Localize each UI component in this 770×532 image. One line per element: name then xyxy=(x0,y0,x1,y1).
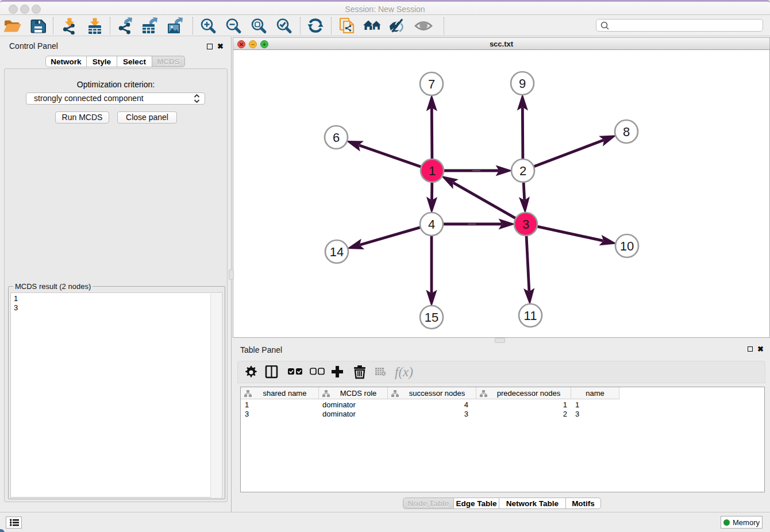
svg-text:6: 6 xyxy=(333,130,340,145)
svg-text:3: 3 xyxy=(522,217,529,232)
svg-text:f(x): f(x) xyxy=(395,365,413,379)
svg-text:1: 1 xyxy=(429,164,436,178)
svg-text:14: 14 xyxy=(330,245,344,259)
svg-text:2: 2 xyxy=(519,164,526,178)
svg-text:11: 11 xyxy=(524,309,537,323)
svg-text:8: 8 xyxy=(623,125,630,139)
svg-text:4: 4 xyxy=(428,217,435,232)
svg-text:15: 15 xyxy=(425,310,438,325)
svg-text:7: 7 xyxy=(428,77,435,91)
svg-text:9: 9 xyxy=(519,76,526,91)
svg-text:10: 10 xyxy=(620,239,634,253)
